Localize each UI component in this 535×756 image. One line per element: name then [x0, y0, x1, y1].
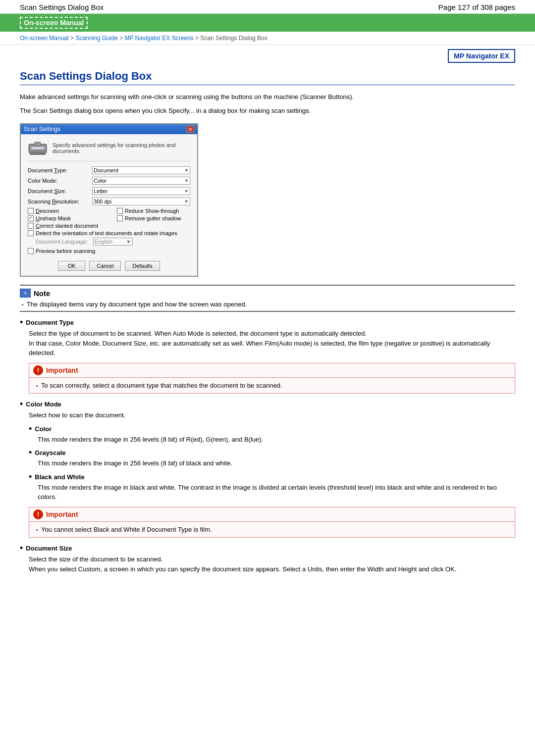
- breadcrumb-link-1[interactable]: On-screen Manual: [20, 35, 69, 42]
- section-body-colormode: Select how to scan the document.: [29, 410, 515, 420]
- note-bullet-icon: ▪: [22, 302, 24, 307]
- chevron-down-icon-2: ▼: [184, 178, 189, 183]
- mp-navigator-badge: MP Navigator EX: [448, 49, 515, 63]
- sub-item-blackwhite: • Black and White This mode renders the …: [29, 473, 515, 502]
- dialog-titlebar: Scan Settings ✕: [21, 124, 197, 134]
- dialog-row-doctype: Document Type: Document ▼: [28, 166, 190, 174]
- dialog-preview-row: Preview before scanning: [28, 248, 190, 254]
- dialog-label-docsize: Document Size:: [28, 188, 92, 194]
- unsharp-mask-label: Unsharp Mask: [36, 215, 71, 221]
- header-title: Scan Settings Dialog Box: [20, 3, 104, 11]
- dialog-select-docsize[interactable]: Letter ▼: [92, 187, 190, 195]
- intro-line2: The Scan Settings dialog box opens when …: [20, 106, 515, 116]
- chevron-down-icon-4: ▼: [184, 199, 189, 204]
- unsharp-mask-checkbox[interactable]: [28, 215, 34, 221]
- correct-slanted-checkbox[interactable]: [28, 223, 34, 229]
- reduce-showthrough-label: Reduce Show-through: [125, 208, 179, 214]
- dialog-row-docsize: Document Size: Letter ▼: [28, 187, 190, 195]
- breadcrumb: On-screen Manual > Scanning Guide > MP N…: [0, 32, 535, 45]
- sub-label-color: Color: [35, 425, 52, 433]
- sub-item-grayscale: • Grayscale This mode renders the image …: [29, 449, 515, 468]
- note-text-1: The displayed items vary by document typ…: [27, 301, 247, 308]
- section-document-size: • Document Size Select the size of the d…: [20, 545, 515, 574]
- page-header: Scan Settings Dialog Box Page 127 of 308…: [0, 0, 535, 14]
- note-title: Note: [34, 289, 50, 298]
- correct-slanted-label: Correct slanted document: [36, 223, 98, 229]
- section-label-colormode: Color Mode: [26, 401, 61, 408]
- dialog-lang-select[interactable]: English ▼: [93, 238, 133, 246]
- dialog-label-resolution: Scanning Resolution:: [28, 199, 92, 204]
- important-icon-1: !: [33, 365, 43, 375]
- descreen-label: Descreen: [36, 208, 59, 214]
- remove-gutter-shadow-checkbox[interactable]: [117, 215, 123, 221]
- intro-line1: Make advanced settings for scanning with…: [20, 92, 515, 102]
- dialog-buttons: OK Cancel Defaults: [28, 258, 190, 271]
- reduce-showthrough-checkbox[interactable]: [117, 208, 123, 214]
- sub-body-color: This mode renders the image in 256 level…: [38, 435, 515, 445]
- dialog-defaults-button[interactable]: Defaults: [125, 261, 160, 271]
- svg-rect-2: [32, 147, 44, 149]
- breadcrumb-link-2[interactable]: Scanning Guide: [75, 35, 117, 42]
- main-content: Scan Settings Dialog Box Make advanced s…: [0, 65, 535, 601]
- note-section: ≡ Note ▪ The displayed items vary by doc…: [20, 285, 515, 312]
- bullet-icon-grayscale: •: [29, 448, 32, 457]
- dialog-description: Specify advanced settings for scanning p…: [53, 142, 190, 154]
- sub-item-color: • Color This mode renders the image in 2…: [29, 425, 515, 445]
- sub-label-grayscale: Grayscale: [35, 449, 65, 456]
- dialog-row-resolution: Scanning Resolution: 300 dpi ▼: [28, 198, 190, 205]
- descreen-checkbox[interactable]: [28, 208, 34, 214]
- chevron-down-icon-3: ▼: [184, 189, 189, 194]
- dialog-lang-row: Document Language: English ▼: [36, 238, 190, 246]
- bullet-icon-2: •: [20, 400, 23, 408]
- dialog-select-doctype[interactable]: Document ▼: [92, 166, 190, 174]
- dialog-body: Specify advanced settings for scanning p…: [21, 134, 197, 276]
- dialog-close-button[interactable]: ✕: [186, 126, 194, 133]
- preview-checkbox[interactable]: [28, 248, 34, 254]
- dialog-select-resolution[interactable]: 300 dpi ▼: [92, 198, 190, 205]
- green-banner: On-screen Manual: [0, 14, 535, 32]
- important-box-1: ! Important ▪ To scan correctly, select …: [29, 363, 515, 394]
- section-body-docsize: Select the size of the document to be sc…: [29, 554, 515, 574]
- dialog-checkbox-row-2: Unsharp Mask Remove gutter shadow: [28, 215, 190, 221]
- note-item-1: ▪ The displayed items vary by document t…: [20, 301, 515, 308]
- section-body-doctype: Select the type of document to be scanne…: [29, 329, 515, 358]
- bullet-icon-color: •: [29, 424, 32, 433]
- important-header-1: ! Important: [29, 363, 515, 378]
- dialog-checkbox-row-1: Descreen Reduce Show-through: [28, 208, 190, 214]
- detect-orientation-checkbox[interactable]: [28, 230, 34, 236]
- svg-rect-4: [30, 153, 46, 155]
- dialog-wrapper: Scan Settings ✕ Specify advanced setting…: [20, 123, 515, 277]
- note-icon: ≡: [20, 289, 31, 298]
- breadcrumb-link-3[interactable]: MP Navigator EX Screens: [125, 35, 194, 42]
- important-title-1: Important: [46, 366, 78, 374]
- chevron-down-icon: ▼: [184, 168, 189, 173]
- section-label-doctype: Document Type: [26, 319, 74, 326]
- important-icon-2: !: [33, 509, 43, 519]
- bullet-icon-blackwhite: •: [29, 472, 32, 481]
- dialog-lang-label: Document Language:: [36, 239, 93, 245]
- dialog-label-colormode: Color Mode:: [28, 178, 92, 184]
- preview-label: Preview before scanning: [36, 248, 95, 254]
- dialog-checkbox-row-4: Detect the orientation of text documents…: [28, 230, 190, 236]
- section-label-docsize: Document Size: [26, 545, 72, 552]
- dialog-cancel-button[interactable]: Cancel: [89, 261, 121, 271]
- important-text-2: You cannot select Black and White if Doc…: [41, 525, 212, 535]
- important-text-1: To scan correctly, select a document typ…: [41, 381, 282, 391]
- dialog-ok-button[interactable]: OK: [58, 261, 85, 271]
- important-bullet-icon-1: ▪: [36, 382, 38, 390]
- important-body-1: ▪ To scan correctly, select a document t…: [29, 378, 515, 394]
- scan-settings-dialog: Scan Settings ✕ Specify advanced setting…: [20, 123, 198, 277]
- bullet-icon-docsize: •: [20, 544, 23, 553]
- dialog-title: Scan Settings: [24, 126, 60, 133]
- bullet-icon: •: [20, 318, 23, 327]
- breadcrumb-current: Scan Settings Dialog Box: [200, 35, 267, 42]
- important-body-2: ▪ You cannot select Black and White if D…: [29, 522, 515, 538]
- page-title: Scan Settings Dialog Box: [20, 70, 515, 85]
- scanner-icon: [28, 139, 48, 157]
- dialog-header-section: Specify advanced settings for scanning p…: [28, 139, 190, 161]
- remove-gutter-shadow-label: Remove gutter shadow: [125, 215, 181, 221]
- dialog-checkbox-row-3: Correct slanted document: [28, 223, 190, 229]
- dialog-select-colormode[interactable]: Color ▼: [92, 177, 190, 185]
- chevron-down-icon-5: ▼: [126, 239, 131, 245]
- important-bullet-icon-2: ▪: [36, 526, 38, 534]
